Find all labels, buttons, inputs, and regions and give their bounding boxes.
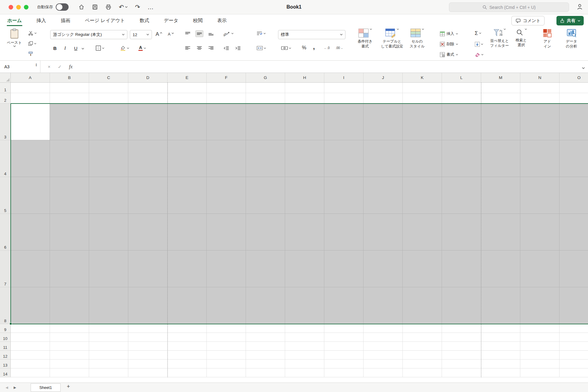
- cell-B4[interactable]: [50, 140, 89, 177]
- cell-D2[interactable]: [128, 93, 168, 104]
- cell-K13[interactable]: [403, 360, 442, 368]
- cell-F3[interactable]: [207, 104, 246, 140]
- align-bottom-button[interactable]: [208, 32, 214, 36]
- cell-G9[interactable]: [246, 324, 285, 333]
- increase-decimal-button[interactable]: ←.0: [324, 47, 330, 50]
- cell-D10[interactable]: [128, 333, 168, 342]
- cell-H8[interactable]: [285, 287, 324, 324]
- cell-J12[interactable]: [364, 351, 403, 360]
- cell-G5[interactable]: [246, 177, 285, 214]
- cell-N13[interactable]: [520, 360, 560, 368]
- cell-C14[interactable]: [89, 368, 128, 377]
- cell-J3[interactable]: [364, 104, 403, 140]
- insert-cells-button[interactable]: 挿入: [440, 31, 458, 36]
- cell-H2[interactable]: [285, 93, 324, 104]
- column-header-D[interactable]: D: [128, 73, 168, 82]
- sheet-tab-sheet1[interactable]: Sheet1: [31, 383, 61, 392]
- cell-A13[interactable]: [11, 360, 50, 368]
- cell-A2[interactable]: [11, 93, 50, 104]
- cell-B7[interactable]: [50, 251, 89, 287]
- cell-G13[interactable]: [246, 360, 285, 368]
- cell-D1[interactable]: [128, 83, 168, 93]
- cell-N14[interactable]: [520, 368, 560, 377]
- cell-J8[interactable]: [364, 287, 403, 324]
- tab-home[interactable]: ホーム: [7, 15, 22, 26]
- column-header-K[interactable]: K: [403, 73, 442, 82]
- row-header-12[interactable]: 12: [0, 351, 11, 360]
- cell-J11[interactable]: [364, 342, 403, 351]
- cell-A9[interactable]: [11, 324, 50, 333]
- tab-draw[interactable]: 描画: [60, 15, 71, 26]
- row-header-3[interactable]: 3: [0, 104, 11, 140]
- cell-K9[interactable]: [403, 324, 442, 333]
- find-select-button[interactable]: 検索と 選択: [511, 28, 531, 59]
- cell-B1[interactable]: [50, 83, 89, 93]
- cell-C1[interactable]: [89, 83, 128, 93]
- cell-K12[interactable]: [403, 351, 442, 360]
- cell-E9[interactable]: [168, 324, 207, 333]
- cell-G6[interactable]: [246, 214, 285, 251]
- cell-N10[interactable]: [520, 333, 560, 342]
- column-header-I[interactable]: I: [324, 73, 364, 82]
- cell-D4[interactable]: [128, 140, 168, 177]
- cell-D6[interactable]: [128, 214, 168, 251]
- cell-M1[interactable]: [481, 83, 520, 93]
- cell-M6[interactable]: [481, 214, 520, 251]
- cell-E2[interactable]: [168, 93, 207, 104]
- tab-view[interactable]: 表示: [217, 15, 227, 26]
- column-header-C[interactable]: C: [89, 73, 128, 82]
- cell-I10[interactable]: [324, 333, 364, 342]
- cell-M11[interactable]: [481, 342, 520, 351]
- tab-insert[interactable]: 挿入: [36, 15, 47, 26]
- align-left-button[interactable]: [185, 46, 190, 50]
- cell-E4[interactable]: [168, 140, 207, 177]
- account-button[interactable]: [576, 3, 583, 11]
- cell-H7[interactable]: [285, 251, 324, 287]
- row-header-4[interactable]: 4: [0, 140, 11, 177]
- align-center-button[interactable]: [197, 46, 202, 50]
- print-button[interactable]: [105, 4, 111, 10]
- cell-B6[interactable]: [50, 214, 89, 251]
- cell-M7[interactable]: [481, 251, 520, 287]
- cell-styles-button[interactable]: セルの スタイル: [406, 28, 428, 59]
- row-header-2[interactable]: 2: [0, 93, 11, 104]
- cell-M9[interactable]: [481, 324, 520, 333]
- cell-L7[interactable]: [442, 251, 481, 287]
- cell-J1[interactable]: [364, 83, 403, 93]
- column-header-G[interactable]: G: [246, 73, 285, 82]
- cell-J4[interactable]: [364, 140, 403, 177]
- comments-button[interactable]: コメント: [511, 16, 545, 25]
- cell-G4[interactable]: [246, 140, 285, 177]
- wrap-text-button[interactable]: [257, 31, 266, 36]
- cell-H5[interactable]: [285, 177, 324, 214]
- search-input[interactable]: Search (Cmd + Ctrl + U): [449, 2, 569, 12]
- cell-A7[interactable]: [11, 251, 50, 287]
- cell-L14[interactable]: [442, 368, 481, 377]
- font-color-button[interactable]: A: [138, 45, 146, 51]
- cell-K2[interactable]: [403, 93, 442, 104]
- next-sheet-button[interactable]: ▶: [13, 386, 16, 390]
- cell-C3[interactable]: [89, 104, 128, 140]
- merge-cells-button[interactable]: [257, 46, 266, 50]
- cell-K3[interactable]: [403, 104, 442, 140]
- borders-button[interactable]: [96, 45, 104, 51]
- formula-bar-expand-button[interactable]: [582, 65, 585, 70]
- cell-B3[interactable]: [50, 104, 89, 140]
- cell-D13[interactable]: [128, 360, 168, 368]
- cell-G12[interactable]: [246, 351, 285, 360]
- cell-J10[interactable]: [364, 333, 403, 342]
- cell-B14[interactable]: [50, 368, 89, 377]
- select-all-button[interactable]: [0, 73, 11, 82]
- increase-indent-button[interactable]: [235, 46, 241, 50]
- row-header-7[interactable]: 7: [0, 251, 11, 287]
- cell-I9[interactable]: [324, 324, 364, 333]
- cell-A4[interactable]: [11, 140, 50, 177]
- cell-C7[interactable]: [89, 251, 128, 287]
- cell-G1[interactable]: [246, 83, 285, 93]
- zoom-button[interactable]: [24, 5, 28, 9]
- cell-B2[interactable]: [50, 93, 89, 104]
- cell-J6[interactable]: [364, 214, 403, 251]
- autosave-toggle[interactable]: [56, 3, 69, 11]
- comma-format-button[interactable]: ,: [313, 43, 315, 50]
- cell-O8[interactable]: [560, 287, 588, 324]
